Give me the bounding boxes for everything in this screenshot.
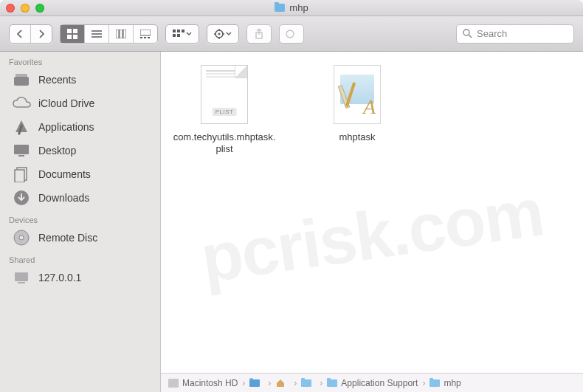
sidebar-item-label: Desktop	[38, 145, 76, 157]
file-label: mhptask	[339, 131, 375, 143]
file-item[interactable]: PLIST com.techyutils.mhptask.plist	[173, 65, 276, 156]
sidebar-item-applications[interactable]: Applications	[0, 115, 160, 139]
applications-icon	[12, 119, 31, 135]
svg-rect-30	[15, 74, 27, 77]
hd-icon	[168, 379, 179, 388]
svg-rect-11	[140, 37, 142, 38]
view-list-button[interactable]	[85, 25, 109, 43]
sidebar-item-label: Recents	[38, 74, 76, 86]
downloads-icon	[12, 190, 31, 206]
svg-rect-18	[177, 34, 180, 37]
search-placeholder: Search	[477, 28, 507, 39]
search-icon	[463, 29, 472, 38]
svg-rect-2	[67, 35, 72, 39]
tags-button[interactable]	[279, 24, 304, 44]
folder-icon	[327, 379, 337, 387]
chevron-right-icon: ›	[318, 378, 324, 388]
sidebar-item-desktop[interactable]: Desktop	[0, 139, 160, 162]
recents-icon	[12, 72, 31, 88]
sidebar-item-remote-disc[interactable]: Remote Disc	[0, 226, 160, 250]
file-label: com.techyutils.mhptask.plist	[173, 131, 276, 156]
sidebar-item-label: iCloud Drive	[38, 97, 94, 109]
svg-rect-40	[18, 282, 25, 283]
path-item[interactable]	[249, 379, 263, 387]
sidebar-item-recents[interactable]: Recents	[0, 68, 160, 92]
svg-rect-8	[120, 30, 123, 38]
folder-icon	[301, 379, 311, 387]
path-bar: Macintosh HD › › › › Application Support…	[161, 373, 583, 392]
path-item[interactable]: Macintosh HD	[168, 378, 238, 388]
svg-rect-15	[177, 30, 180, 32]
back-button[interactable]	[10, 25, 31, 43]
svg-rect-1	[73, 29, 77, 33]
svg-line-28	[469, 35, 472, 38]
sidebar-heading-devices: Devices	[0, 210, 160, 226]
svg-point-20	[218, 32, 221, 35]
icloud-icon	[12, 95, 31, 111]
sidebar-item-server[interactable]: 127.0.0.1	[0, 266, 160, 289]
view-switcher	[60, 24, 158, 44]
close-icon[interactable]	[6, 4, 15, 13]
file-browser: pcrisk.com PLIST com.techyutils.mhptask.…	[161, 52, 583, 392]
sidebar-item-downloads[interactable]: Downloads	[0, 186, 160, 210]
svg-rect-12	[144, 37, 146, 38]
desktop-icon	[12, 142, 31, 159]
svg-rect-14	[173, 30, 176, 32]
view-gallery-button[interactable]	[134, 25, 157, 43]
search-field[interactable]: Search	[456, 24, 574, 44]
path-item[interactable]	[301, 379, 315, 387]
file-grid[interactable]: PLIST com.techyutils.mhptask.plist A mhp…	[161, 52, 583, 373]
svg-rect-10	[140, 30, 151, 35]
svg-rect-35	[15, 170, 24, 182]
svg-rect-33	[18, 155, 24, 157]
server-icon	[12, 269, 31, 286]
nav-buttons	[9, 24, 52, 44]
view-column-button[interactable]	[109, 25, 134, 43]
sidebar-item-label: 127.0.0.1	[38, 272, 81, 283]
svg-point-38	[19, 235, 24, 240]
svg-rect-32	[14, 145, 29, 154]
home-icon	[275, 379, 286, 388]
chevron-right-icon: ›	[292, 378, 298, 388]
documents-icon	[12, 166, 31, 182]
svg-rect-17	[173, 34, 176, 37]
folder-icon	[275, 4, 285, 12]
sidebar: Favorites Recents iCloud Drive Applicati…	[0, 52, 161, 392]
sidebar-item-label: Downloads	[38, 192, 89, 204]
path-item[interactable]	[275, 379, 289, 388]
chevron-right-icon: ›	[266, 378, 272, 388]
plist-file-icon: PLIST	[198, 65, 251, 127]
app-file-icon: A	[331, 65, 384, 127]
svg-rect-29	[14, 77, 29, 86]
svg-rect-7	[116, 30, 119, 38]
sidebar-item-icloud[interactable]: iCloud Drive	[0, 92, 160, 115]
path-label: Macintosh HD	[182, 378, 238, 388]
svg-rect-0	[67, 29, 72, 33]
sidebar-item-label: Applications	[38, 121, 94, 133]
forward-button[interactable]	[31, 25, 52, 43]
svg-rect-13	[148, 37, 150, 38]
svg-rect-3	[73, 35, 77, 39]
file-item[interactable]: A mhptask	[306, 65, 409, 143]
svg-rect-26	[286, 30, 294, 38]
arrange-button[interactable]	[165, 24, 199, 44]
window-title: mhp	[289, 2, 308, 13]
view-icon-button[interactable]	[61, 25, 85, 43]
path-item[interactable]: Application Support	[327, 378, 418, 388]
sidebar-item-label: Remote Disc	[38, 232, 97, 244]
sidebar-item-documents[interactable]: Documents	[0, 162, 160, 186]
sidebar-heading-shared: Shared	[0, 250, 160, 266]
chevron-right-icon: ›	[241, 378, 246, 388]
toolbar: Search	[0, 16, 583, 52]
window-controls	[6, 4, 44, 13]
minimize-icon[interactable]	[21, 4, 30, 13]
svg-rect-9	[123, 30, 126, 38]
svg-point-27	[463, 30, 469, 35]
share-button[interactable]	[246, 24, 272, 44]
path-label: mhp	[444, 378, 460, 388]
action-button[interactable]	[207, 24, 239, 44]
zoom-icon[interactable]	[35, 4, 44, 13]
path-item[interactable]: mhp	[430, 378, 460, 388]
sidebar-heading-favorites: Favorites	[0, 52, 160, 68]
path-label: Application Support	[341, 378, 418, 388]
